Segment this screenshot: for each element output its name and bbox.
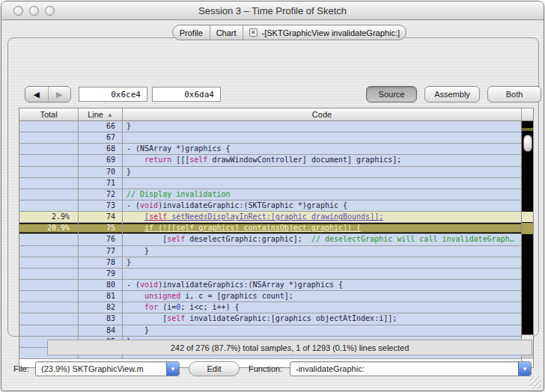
table-header: Total Line ▲ Code bbox=[19, 108, 533, 121]
function-combo-value: -invalidateGraphic: bbox=[290, 362, 518, 376]
end-address-field[interactable] bbox=[152, 87, 221, 102]
column-header-total[interactable]: Total bbox=[19, 108, 79, 120]
close-window-button[interactable] bbox=[13, 6, 23, 16]
minimize-window-button[interactable] bbox=[29, 6, 39, 16]
traffic-lights bbox=[13, 6, 55, 16]
file-combo-box[interactable]: (23.9%) SKTGraphicView.m ▼ bbox=[35, 361, 180, 376]
assembly-view-button[interactable]: Assembly bbox=[424, 86, 480, 102]
table-row[interactable]: 77 } bbox=[19, 246, 523, 257]
table-row[interactable]: 2.9%74 [self setNeedsDisplayInRect:[grap… bbox=[19, 212, 523, 223]
table-row[interactable]: 68- (NSArray *)graphics { bbox=[19, 144, 523, 155]
table-row[interactable]: 76 [self deselectGraphic:graphic]; // de… bbox=[19, 234, 523, 245]
source-view-button[interactable]: Source bbox=[366, 86, 417, 102]
scrollbar-hot-mark-minor bbox=[522, 128, 533, 131]
column-header-line[interactable]: Line ▲ bbox=[79, 108, 123, 120]
back-button[interactable]: ◀ bbox=[25, 87, 49, 102]
tab-profile[interactable]: Profile bbox=[173, 25, 210, 40]
table-row[interactable]: 66} bbox=[19, 121, 523, 132]
window-resize-grip[interactable] bbox=[530, 377, 541, 388]
table-row[interactable]: 84 } bbox=[19, 325, 523, 337]
table-row[interactable]: 80- (void)invalidateGraphics:(NSArray *)… bbox=[19, 280, 523, 291]
file-combo-value: (23.9%) SKTGraphicView.m bbox=[36, 362, 166, 376]
table-row[interactable]: 79 bbox=[19, 269, 523, 280]
table-row[interactable]: 71 bbox=[19, 178, 523, 189]
sort-ascending-icon: ▲ bbox=[107, 111, 113, 118]
hotspot-scrollbar[interactable]: ▲ ▼ bbox=[521, 121, 533, 367]
table-row[interactable]: 81 unsigned i, c = [graphics count]; bbox=[19, 291, 523, 302]
table-row[interactable]: 82 for (i=0; i<c; i++) { bbox=[19, 302, 523, 313]
history-nav-buttons: ◀ ▶ bbox=[25, 86, 71, 102]
column-header-code[interactable]: Code bbox=[123, 108, 522, 120]
table-row[interactable]: 20.9%75 if (![[self graphics] containsOb… bbox=[19, 223, 523, 234]
forward-arrow-icon: ▶ bbox=[56, 90, 62, 99]
window-title: Session 3 – Time Profile of Sketch bbox=[1, 5, 544, 16]
file-combo-arrow-icon[interactable]: ▼ bbox=[166, 362, 179, 376]
scrollbar-hot-mark bbox=[522, 223, 533, 234]
start-address-field[interactable] bbox=[79, 87, 147, 102]
status-bar: 242 of 276 (87.7%) total samples, 1 of 1… bbox=[47, 340, 532, 355]
tab-bar: Profile Chart ✕ -[SKTGraphicView invalid… bbox=[172, 25, 407, 40]
table-row[interactable]: 69 return [[[self drawWindowController] … bbox=[19, 155, 523, 166]
scrollbar-thumb[interactable] bbox=[523, 135, 532, 152]
table-row[interactable]: 73- (void)invalidateGraphic:(SKTGraphic … bbox=[19, 200, 523, 212]
column-header-scrollbar-spacer bbox=[522, 108, 533, 120]
scrollbar-hot-mark bbox=[522, 212, 533, 222]
status-text: 242 of 276 (87.7%) total samples, 1 of 1… bbox=[171, 343, 409, 352]
zoom-window-button[interactable] bbox=[45, 6, 55, 16]
tab-function-label: -[SKTGraphicView invalidateGraphic:] bbox=[262, 28, 400, 37]
back-arrow-icon: ◀ bbox=[34, 90, 40, 99]
table-row[interactable]: 70} bbox=[19, 167, 523, 178]
tab-chart[interactable]: Chart bbox=[210, 25, 243, 40]
function-combo-box[interactable]: -invalidateGraphic: ▼ bbox=[290, 361, 532, 376]
table-row[interactable]: 78} bbox=[19, 257, 523, 269]
function-label: Function: bbox=[249, 364, 282, 373]
tab-chart-label: Chart bbox=[216, 28, 237, 37]
both-view-button[interactable]: Both bbox=[487, 86, 541, 102]
table-row[interactable]: 83 [self invalidateGraphic:[graphics obj… bbox=[19, 313, 523, 325]
title-bar[interactable]: Session 3 – Time Profile of Sketch bbox=[1, 1, 544, 20]
tab-profile-label: Profile bbox=[180, 28, 203, 37]
function-combo-arrow-icon[interactable]: ▼ bbox=[518, 362, 531, 376]
code-rows: 66}6768- (NSArray *)graphics {69 return … bbox=[19, 121, 523, 359]
content-group-box: ◀ ▶ Source Assembly Both Total Line ▲ Co… bbox=[7, 37, 539, 337]
edit-button[interactable]: Edit bbox=[189, 361, 240, 376]
source-code-table: Total Line ▲ Code 66}6768- (NSArray *)gr… bbox=[19, 108, 534, 368]
tab-close-icon[interactable]: ✕ bbox=[249, 28, 258, 37]
app-window: Session 3 – Time Profile of Sketch Profi… bbox=[1, 1, 544, 391]
table-row[interactable]: 72// Display invalidation bbox=[19, 189, 523, 200]
file-label: File: bbox=[13, 364, 29, 373]
scrollbar-track[interactable] bbox=[522, 121, 533, 334]
forward-button[interactable]: ▶ bbox=[49, 87, 71, 102]
footer-bar: File: (23.9%) SKTGraphicView.m ▼ Edit Fu… bbox=[1, 361, 544, 378]
table-row[interactable]: 67 bbox=[19, 132, 523, 144]
tab-function[interactable]: ✕ -[SKTGraphicView invalidateGraphic:] bbox=[243, 25, 406, 40]
